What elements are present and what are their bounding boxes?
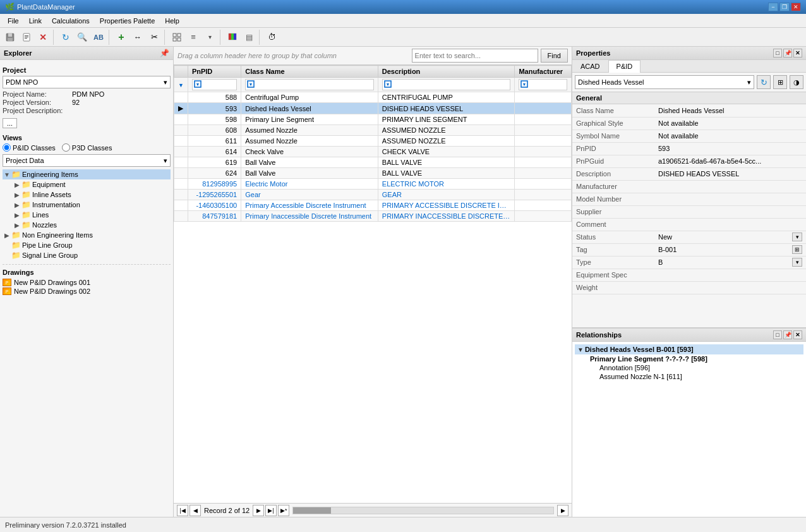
prop-dropdown-btn[interactable]: ▾: [792, 233, 802, 241]
prop-value-cell[interactable]: B-001⊞: [654, 243, 806, 256]
menu-link[interactable]: Link: [24, 14, 47, 27]
timer-button[interactable]: ⏱: [264, 30, 279, 45]
cut-button[interactable]: ✂: [147, 30, 162, 45]
equipment-expander[interactable]: ▶: [13, 180, 21, 189]
add-button[interactable]: +: [114, 30, 129, 45]
prop-row[interactable]: Graphical StyleNot available: [572, 117, 806, 130]
prop-refresh-button[interactable]: ↻: [757, 75, 771, 89]
table-row[interactable]: 608Assumed NozzleASSUMED NOZZLE: [174, 125, 572, 136]
prop-row[interactable]: StatusNew▾: [572, 231, 806, 243]
rel-close-button[interactable]: ✕: [793, 330, 802, 339]
prop-row[interactable]: Symbol NameNot available: [572, 130, 806, 142]
grid-view-button[interactable]: [169, 30, 184, 45]
filter-pnpid[interactable]: ▼: [188, 78, 241, 92]
tab-pid[interactable]: P&ID: [608, 60, 641, 73]
prop-edit-btn[interactable]: ⊞: [792, 245, 802, 254]
rel-top-expander[interactable]: ▼: [577, 346, 584, 353]
new-button[interactable]: [19, 30, 34, 45]
menu-help[interactable]: Help: [160, 14, 184, 27]
table-row[interactable]: 619Ball ValveBALL VALVE: [174, 157, 572, 168]
tree-item-non-engineering[interactable]: ▶ 📁 Non Engineering Items: [3, 230, 171, 240]
delete-button[interactable]: ✕: [35, 30, 51, 45]
table-row[interactable]: 812958995Electric MotorELECTRIC MOTOR: [174, 179, 572, 190]
table-row[interactable]: 588Centrifugal PumpCENTRIFUGAL PUMP: [174, 92, 572, 103]
prop-row[interactable]: Model Number: [572, 193, 806, 205]
prop-row[interactable]: Manufacturer: [572, 180, 806, 193]
prop-row[interactable]: TagB-001⊞: [572, 243, 806, 256]
prop-dropdown-btn[interactable]: ▾: [792, 258, 802, 267]
col-manufacturer[interactable]: Manufacturer: [515, 66, 572, 78]
find-button[interactable]: Find: [541, 49, 568, 63]
tree-item-instrumentation[interactable]: ▶ 📁 Instrumentation: [11, 200, 171, 210]
inline-expander[interactable]: ▶: [13, 190, 21, 199]
color-button[interactable]: [225, 30, 240, 45]
table-row[interactable]: 847579181Primary Inaccessible Discrete I…: [174, 211, 572, 222]
menu-calculations[interactable]: Calculations: [47, 14, 95, 27]
save-button[interactable]: [3, 30, 18, 45]
project-data-dropdown[interactable]: Project Data ▾: [3, 154, 171, 167]
prop-row[interactable]: TypeB▾: [572, 256, 806, 269]
nav-last-button[interactable]: ▶|: [265, 505, 277, 516]
nav-first-button[interactable]: |◀: [177, 505, 188, 516]
engineering-expander[interactable]: ▼: [3, 170, 11, 179]
col-pnpid[interactable]: PnPID: [188, 66, 241, 78]
tab-acad[interactable]: ACAD: [572, 60, 608, 72]
prop-value-cell[interactable]: New▾: [654, 231, 806, 243]
drawing-item-002[interactable]: P New P&ID Drawings 002: [3, 287, 171, 296]
minimize-button[interactable]: −: [768, 3, 778, 11]
drawing-item-001[interactable]: P New P&ID Drawings 001: [3, 278, 171, 287]
link-button[interactable]: ↔: [130, 30, 145, 45]
table-row[interactable]: 614Check ValveCHECK VALVE: [174, 147, 572, 157]
props-table-container[interactable]: General Class NameDished Heads VesselGra…: [572, 92, 806, 327]
tree-item-nozzles[interactable]: ▶ 📁 Nozzles: [11, 220, 171, 230]
table-row[interactable]: -1295265501GearGEAR: [174, 190, 572, 200]
col-classname[interactable]: Class Name: [241, 66, 378, 78]
search-input[interactable]: [412, 49, 538, 63]
tree-item-pipeline[interactable]: ▶ 📁 Pipe Line Group: [3, 240, 171, 250]
menu-properties-palette[interactable]: Properties Palette: [95, 14, 160, 27]
table-row[interactable]: 611Assumed NozzleASSUMED NOZZLE: [174, 136, 572, 147]
rel-undock-button[interactable]: □: [773, 330, 782, 339]
prop-value-cell[interactable]: B▾: [654, 256, 806, 269]
nav-append-button[interactable]: ▶*: [278, 505, 289, 516]
prop-undock-button[interactable]: □: [773, 49, 782, 57]
scroll-right-button[interactable]: ▶: [557, 505, 568, 516]
rename-button[interactable]: AB: [91, 30, 106, 45]
chart-button[interactable]: ▤: [241, 30, 256, 45]
prop-close-button[interactable]: ✕: [793, 49, 802, 57]
prop-row[interactable]: DescriptionDISHED HEADS VESSEL: [572, 167, 806, 180]
grid-table-container[interactable]: PnPID Class Name Description Manufacture…: [174, 65, 572, 503]
prop-row[interactable]: PnPGuida1906521-6da6-467a-b5e4-5cc...: [572, 155, 806, 167]
explorer-pin-icon[interactable]: 📌: [160, 49, 169, 57]
menu-file[interactable]: File: [3, 14, 24, 27]
tree-item-inline[interactable]: ▶ 📁 Inline Assets: [11, 190, 171, 200]
prop-toggle-button[interactable]: ◑: [790, 75, 803, 89]
col-description[interactable]: Description: [378, 66, 515, 78]
nav-next-button[interactable]: ▶: [253, 505, 264, 516]
dropdown-button[interactable]: ▾: [202, 30, 217, 45]
search-button[interactable]: 🔍: [75, 30, 90, 45]
prop-pin-button[interactable]: 📌: [783, 49, 792, 57]
prop-row[interactable]: Equipment Spec: [572, 269, 806, 281]
view-p3d-input[interactable]: [62, 143, 70, 152]
table-row[interactable]: 624Ball ValveBALL VALVE: [174, 168, 572, 179]
tree-item-signal[interactable]: ▶ 📁 Signal Line Group: [3, 250, 171, 260]
instrumentation-expander[interactable]: ▶: [13, 200, 21, 209]
filter-description[interactable]: ▼: [378, 78, 515, 92]
list-view-button[interactable]: ≡: [186, 30, 201, 45]
horizontal-scrollbar[interactable]: [292, 507, 554, 514]
tree-item-lines[interactable]: ▶ 📁 Lines: [11, 210, 171, 220]
filter-manufacturer[interactable]: ▼: [515, 78, 572, 92]
nav-prev-button[interactable]: ◀: [189, 505, 201, 516]
prop-row[interactable]: Supplier: [572, 205, 806, 218]
dots-button[interactable]: ...: [3, 118, 17, 128]
table-row[interactable]: ▶593Dished Heads VesselDISHED HEADS VESS…: [174, 103, 572, 114]
tree-item-engineering[interactable]: ▼ 📁 Engineering Items: [3, 169, 171, 179]
non-eng-expander[interactable]: ▶: [3, 231, 11, 239]
nozzles-expander[interactable]: ▶: [13, 221, 21, 229]
refresh-button[interactable]: ↻: [58, 30, 73, 45]
view-pid-input[interactable]: [3, 143, 11, 152]
prop-row[interactable]: Class NameDished Heads Vessel: [572, 104, 806, 117]
view-pid-radio[interactable]: P&ID Classes: [3, 143, 56, 152]
prop-class-dropdown[interactable]: Dished Heads Vessel ▾: [575, 75, 754, 89]
